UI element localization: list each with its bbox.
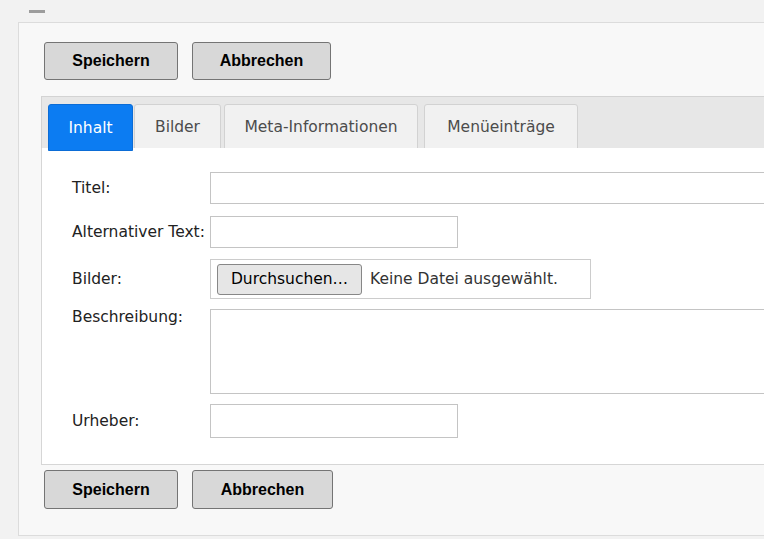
- cancel-button-top[interactable]: Abbrechen: [192, 42, 331, 80]
- beschreibung-textarea[interactable]: [210, 309, 764, 394]
- form-panel: Speichern Abbrechen Inhalt Bilder Meta-I…: [18, 22, 764, 536]
- bilder-file-input[interactable]: Durchsuchen… Keine Datei ausgewählt.: [210, 259, 591, 299]
- save-button-bottom[interactable]: Speichern: [44, 470, 178, 509]
- alternativer-text-label: Alternativer Text:: [72, 216, 205, 248]
- tab-meta-informationen[interactable]: Meta-Informationen: [224, 104, 418, 150]
- alternativer-text-input[interactable]: [210, 216, 458, 248]
- urheber-label: Urheber:: [72, 404, 140, 438]
- bilder-label: Bilder:: [72, 259, 122, 299]
- tab-strip: Inhalt Bilder Meta-Informationen Menüein…: [41, 96, 764, 150]
- titel-label: Titel:: [72, 172, 110, 204]
- save-button-top[interactable]: Speichern: [44, 42, 178, 80]
- tab-menueeintraege[interactable]: Menüeinträge: [424, 104, 578, 150]
- tab-widget: Inhalt Bilder Meta-Informationen Menüein…: [41, 96, 764, 464]
- file-status-text: Keine Datei ausgewählt.: [370, 270, 558, 288]
- tab-bilder[interactable]: Bilder: [134, 104, 221, 150]
- file-browse-button[interactable]: Durchsuchen…: [217, 264, 362, 295]
- tab-panel-inhalt: Titel: Alternativer Text: Bilder: Durchs…: [41, 148, 764, 465]
- decorative-dash: [29, 10, 45, 13]
- titel-input[interactable]: [210, 172, 764, 204]
- beschreibung-label: Beschreibung:: [72, 306, 183, 328]
- urheber-input[interactable]: [210, 404, 458, 438]
- cancel-button-bottom[interactable]: Abbrechen: [192, 470, 333, 509]
- tab-inhalt[interactable]: Inhalt: [48, 104, 133, 151]
